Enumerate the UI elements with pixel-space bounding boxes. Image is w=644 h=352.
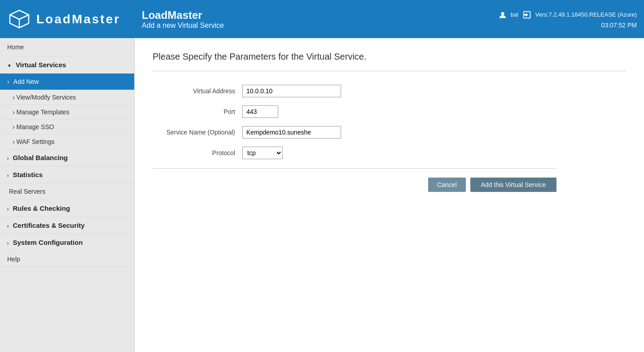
sidebar-section-virtual-services[interactable]: ▼ Virtual Services: [0, 56, 134, 74]
sidebar-section-rules-label: Rules & Checking: [13, 204, 70, 212]
expand-triangle-rules: ›: [7, 207, 9, 212]
sidebar-item-manage-sso-label: Manage SSO: [17, 123, 54, 130]
sidebar-section-rules-checking[interactable]: › Rules & Checking: [0, 200, 134, 217]
port-label: Port: [153, 108, 242, 115]
main-content: Please Specify the Parameters for the Vi…: [135, 38, 644, 352]
logout-icon[interactable]: [522, 10, 532, 20]
svg-point-5: [501, 12, 504, 15]
logo-text: LoadMaster: [36, 12, 120, 26]
expand-triangle-vs: ▼: [7, 63, 12, 68]
port-row: Port: [153, 105, 556, 118]
virtual-service-form: Virtual Address Port Service Name (Optio…: [153, 85, 556, 159]
cancel-button[interactable]: Cancel: [428, 178, 466, 192]
arrow-manage-templates: ›: [13, 109, 17, 116]
expand-triangle-stats: ›: [7, 173, 9, 178]
sidebar-section-global-balancing[interactable]: › Global Balancing: [0, 149, 134, 166]
sidebar-section-system-config[interactable]: › System Configuration: [0, 234, 134, 251]
sidebar-item-waf-settings[interactable]: › WAF Settings: [0, 135, 134, 149]
sidebar-item-real-servers[interactable]: Real Servers: [0, 183, 134, 200]
top-divider: [153, 71, 626, 71]
arrow-view-modify: ›: [13, 94, 17, 101]
sidebar-section-certs-label: Certificates & Security: [13, 222, 85, 229]
sidebar-item-manage-templates-label: Manage Templates: [17, 109, 70, 116]
sidebar-item-view-modify[interactable]: › View/Modify Services: [0, 90, 134, 105]
expand-triangle-sys: ›: [7, 241, 9, 246]
username: bal: [510, 11, 518, 18]
logo-area: LoadMaster: [7, 7, 142, 31]
service-name-row: Service Name (Optional): [153, 126, 556, 139]
virtual-address-input[interactable]: [242, 85, 341, 97]
header-title-area: LoadMaster Add a new Virtual Service: [142, 9, 499, 30]
sidebar-item-add-new[interactable]: › Add New: [0, 74, 134, 90]
app-title: LoadMaster: [142, 9, 499, 22]
virtual-address-row: Virtual Address: [153, 85, 556, 97]
sidebar-item-home[interactable]: Home: [0, 38, 134, 56]
sidebar-section-stats-label: Statistics: [13, 171, 43, 178]
main-layout: Home ▼ Virtual Services › Add New › View…: [0, 38, 644, 352]
arrow-waf: ›: [13, 138, 17, 145]
sidebar-section-sys-label: System Configuration: [13, 239, 83, 246]
arrow-manage-sso: ›: [13, 123, 17, 130]
add-virtual-service-button[interactable]: Add this Virtual Service: [470, 178, 556, 192]
sidebar-item-manage-sso[interactable]: › Manage SSO: [0, 120, 134, 135]
sidebar-item-real-servers-label: Real Servers: [9, 188, 45, 195]
expand-triangle-certs: ›: [7, 224, 9, 229]
arrow-add-new: ›: [7, 78, 9, 85]
sidebar-item-waf-label: WAF Settings: [17, 138, 55, 145]
sidebar-item-help-label: Help: [7, 256, 20, 263]
user-icon: [499, 11, 507, 19]
sidebar-section-certificates-security[interactable]: › Certificates & Security: [0, 217, 134, 234]
virtual-address-label: Virtual Address: [153, 87, 242, 95]
page-title: Please Specify the Parameters for the Vi…: [153, 52, 626, 62]
protocol-select[interactable]: tcp udp: [242, 147, 283, 159]
time-display: 03:07:52 PM: [601, 22, 637, 29]
page-subtitle: Add a new Virtual Service: [142, 22, 499, 30]
header: LoadMaster LoadMaster Add a new Virtual …: [0, 0, 644, 38]
kemp-logo-icon: [7, 7, 32, 31]
sidebar-section-gb-label: Global Balancing: [13, 154, 68, 161]
sidebar-item-view-modify-label: View/Modify Services: [17, 94, 76, 101]
sidebar-section-statistics[interactable]: › Statistics: [0, 166, 134, 183]
sidebar-section-vs-label: Virtual Services: [16, 61, 66, 69]
sidebar-item-manage-templates[interactable]: › Manage Templates: [0, 105, 134, 120]
version-text: Vers:7.2.49.1.18450.RELEASE (Azure): [535, 11, 637, 18]
bottom-divider: [153, 168, 556, 169]
button-row: Cancel Add this Virtual Service: [153, 178, 556, 192]
protocol-row: Protocol tcp udp: [153, 147, 556, 159]
user-info: bal Vers:7.2.49.1.18450.RELEASE (Azure): [499, 10, 637, 20]
sidebar-item-help[interactable]: Help: [0, 251, 134, 268]
expand-triangle-gb: ›: [7, 156, 9, 161]
header-right: bal Vers:7.2.49.1.18450.RELEASE (Azure) …: [499, 10, 637, 29]
current-time: 03:07:52 PM: [601, 22, 637, 29]
sidebar-item-add-new-label: Add New: [13, 78, 39, 85]
protocol-label: Protocol: [153, 149, 242, 156]
sidebar: Home ▼ Virtual Services › Add New › View…: [0, 38, 135, 352]
port-input[interactable]: [242, 105, 278, 118]
service-name-label: Service Name (Optional): [153, 129, 242, 136]
service-name-input[interactable]: [242, 126, 341, 139]
